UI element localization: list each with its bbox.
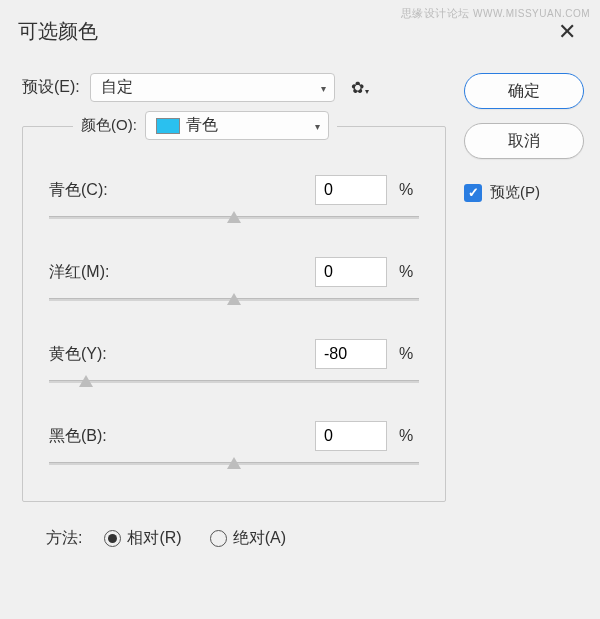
radio-label: 绝对(A) <box>233 528 286 549</box>
right-panel: 确定 取消 ✓ 预览(P) <box>464 73 584 549</box>
checkbox-icon[interactable]: ✓ <box>464 184 482 202</box>
slider-thumb[interactable] <box>79 375 93 387</box>
preset-label: 预设(E): <box>22 77 80 98</box>
yellow-slider[interactable] <box>49 375 419 391</box>
dialog-content: 预设(E): 自定 ▾ ✿▾ 颜色(O): 青色 ▾ 青色(C): <box>0 53 600 559</box>
radio-relative[interactable]: 相对(R) <box>104 528 181 549</box>
dialog-title: 可选颜色 <box>18 18 98 45</box>
preview-row[interactable]: ✓ 预览(P) <box>464 183 584 202</box>
slider-label-cyan: 青色(C): <box>49 180 303 201</box>
slider-thumb[interactable] <box>227 211 241 223</box>
preset-select[interactable]: 自定 ▾ <box>90 73 335 102</box>
color-label: 颜色(O): <box>81 116 137 135</box>
method-row: 方法: 相对(R) 绝对(A) <box>22 528 446 549</box>
radio-absolute[interactable]: 绝对(A) <box>210 528 286 549</box>
slider-thumb[interactable] <box>227 457 241 469</box>
black-input[interactable] <box>315 421 387 451</box>
slider-cyan: 青色(C): % <box>49 175 419 227</box>
cancel-button[interactable]: 取消 <box>464 123 584 159</box>
method-label: 方法: <box>46 528 82 549</box>
ok-button[interactable]: 确定 <box>464 73 584 109</box>
chevron-down-icon: ▾ <box>315 120 320 131</box>
left-panel: 预设(E): 自定 ▾ ✿▾ 颜色(O): 青色 ▾ 青色(C): <box>22 73 446 549</box>
slider-thumb[interactable] <box>227 293 241 305</box>
slider-black: 黑色(B): % <box>49 421 419 473</box>
color-row: 颜色(O): 青色 ▾ <box>73 111 337 140</box>
preview-label: 预览(P) <box>490 183 540 202</box>
preset-value: 自定 <box>101 77 133 98</box>
close-icon[interactable]: ✕ <box>552 19 582 45</box>
radio-label: 相对(R) <box>127 528 181 549</box>
percent-sign: % <box>399 263 419 281</box>
percent-sign: % <box>399 427 419 445</box>
magenta-input[interactable] <box>315 257 387 287</box>
yellow-input[interactable] <box>315 339 387 369</box>
watermark: 思缘设计论坛 WWW.MISSYUAN.COM <box>401 6 590 21</box>
slider-label-magenta: 洋红(M): <box>49 262 303 283</box>
preset-row: 预设(E): 自定 ▾ ✿▾ <box>22 73 446 102</box>
color-swatch <box>156 118 180 134</box>
cyan-input[interactable] <box>315 175 387 205</box>
cyan-slider[interactable] <box>49 211 419 227</box>
slider-label-black: 黑色(B): <box>49 426 303 447</box>
radio-icon <box>104 530 121 547</box>
gear-icon[interactable]: ✿▾ <box>351 78 369 97</box>
radio-icon <box>210 530 227 547</box>
method-radio-group: 相对(R) 绝对(A) <box>104 528 286 549</box>
color-value: 青色 <box>186 115 218 136</box>
slider-label-yellow: 黄色(Y): <box>49 344 303 365</box>
slider-magenta: 洋红(M): % <box>49 257 419 309</box>
color-select[interactable]: 青色 ▾ <box>145 111 329 140</box>
magenta-slider[interactable] <box>49 293 419 309</box>
percent-sign: % <box>399 181 419 199</box>
chevron-down-icon: ▾ <box>321 82 326 93</box>
color-fieldset: 颜色(O): 青色 ▾ 青色(C): % <box>22 126 446 502</box>
percent-sign: % <box>399 345 419 363</box>
slider-yellow: 黄色(Y): % <box>49 339 419 391</box>
black-slider[interactable] <box>49 457 419 473</box>
